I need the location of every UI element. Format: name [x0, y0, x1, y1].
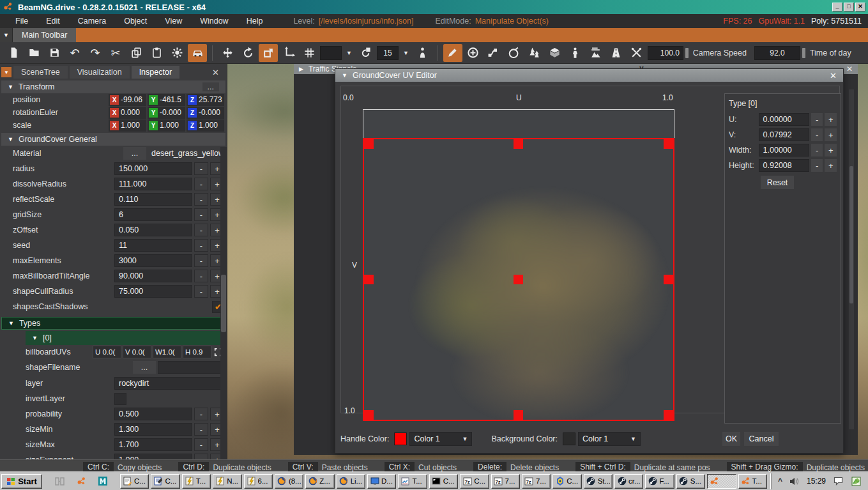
inspector-scrollbar[interactable]: [220, 147, 227, 459]
uv-param-plus-button[interactable]: +: [825, 159, 837, 172]
shapeCullRadius-minus-button[interactable]: -: [194, 285, 208, 298]
camera-speed-slider[interactable]: [685, 48, 689, 58]
probability-field[interactable]: 0.500: [114, 408, 192, 420]
taskbar-button-display-8[interactable]: D...: [367, 474, 396, 489]
camera-speed-field[interactable]: 100.0: [648, 46, 683, 60]
material-value[interactable]: desert_grass_yellow: [151, 149, 224, 158]
traffic-collapse-icon[interactable]: ▶: [299, 66, 303, 72]
billboarduvs-value-2[interactable]: W1.0(: [153, 346, 181, 358]
redo-icon[interactable]: ↷: [86, 44, 105, 62]
uv-param-minus-button[interactable]: -: [811, 128, 823, 141]
layer-field[interactable]: rockydirt: [114, 377, 224, 390]
copy-icon[interactable]: [126, 44, 146, 62]
menu-help[interactable]: Help: [238, 17, 272, 26]
probability-minus-button[interactable]: -: [194, 408, 208, 420]
uv-param-plus-button[interactable]: +: [825, 113, 837, 126]
invertLayer-checkbox[interactable]: [114, 393, 126, 405]
decal-icon[interactable]: [505, 44, 524, 62]
dropdown-caret-icon[interactable]: ▼: [343, 50, 355, 56]
panel-collapse-icon[interactable]: ▼: [1, 67, 11, 77]
traffic-close-icon[interactable]: ✕: [846, 65, 853, 73]
snap-grid-icon[interactable]: [300, 44, 319, 62]
taskbar-button-sevenzip-11[interactable]: 7zC...: [460, 474, 489, 489]
scale-x-field[interactable]: X1.000: [109, 119, 146, 132]
uv-param-minus-button[interactable]: -: [811, 113, 823, 126]
tab-visualization[interactable]: Visualization: [70, 66, 130, 79]
rotationEuler-x-field[interactable]: X0.000: [109, 107, 146, 119]
shapefilename-browse-button[interactable]: ...: [133, 361, 156, 374]
maxBillboardTiltAngle-field[interactable]: 90.000: [114, 270, 192, 282]
rotate-tool-icon[interactable]: [238, 44, 257, 62]
uv-param-field[interactable]: 0.92008: [759, 159, 809, 172]
uv-param-field[interactable]: 0.00000: [759, 113, 809, 126]
collapse-triangle-icon[interactable]: ▼: [8, 84, 13, 90]
transform-space-icon[interactable]: [279, 44, 298, 62]
main-toolbar-tab[interactable]: Main Toolbar: [13, 28, 76, 42]
time-of-day-field[interactable]: 92.0: [754, 46, 800, 60]
uv-handle-mid-left[interactable]: [364, 275, 374, 284]
taskbar-button-sevenzip-13[interactable]: 7z7...: [522, 474, 551, 489]
uv-handle-bottom-left[interactable]: [364, 410, 374, 420]
section-more-button[interactable]: ...: [202, 82, 219, 91]
position-z-field[interactable]: Z25.773: [187, 94, 224, 106]
uv-param-field[interactable]: 1.00000: [759, 144, 809, 157]
dissolveRadius-field[interactable]: 111.000: [114, 178, 192, 190]
radius-field[interactable]: 150.000: [114, 162, 192, 175]
taskbar-button-lightning-3[interactable]: N...: [213, 474, 241, 489]
taskbar-button-steam-15[interactable]: St...: [584, 474, 613, 489]
uv-param-minus-button[interactable]: -: [811, 144, 823, 157]
uv-param-plus-button[interactable]: +: [825, 144, 837, 157]
handle-color-dropdown[interactable]: Color 1 ▼: [409, 432, 472, 446]
show-desktop-icon[interactable]: [54, 475, 65, 487]
seed-field[interactable]: 11: [114, 239, 192, 252]
maximize-button[interactable]: □: [844, 3, 854, 11]
uv-param-minus-button[interactable]: -: [811, 159, 823, 172]
taskbar-button-lightning-4[interactable]: 6...: [244, 474, 273, 489]
cancel-button[interactable]: Cancel: [744, 432, 779, 446]
taskbar-button-firefox-6[interactable]: Z...: [305, 474, 334, 489]
zOffset-field[interactable]: 0.050: [114, 224, 192, 236]
taskbar-button-firefox-5[interactable]: (8...: [275, 474, 303, 489]
scale-y-field[interactable]: Y1.000: [148, 119, 185, 132]
minimize-button[interactable]: _: [832, 3, 842, 11]
reset-button[interactable]: Reset: [761, 176, 794, 189]
dissolveRadius-minus-button[interactable]: -: [194, 178, 208, 190]
taskbar-button-lightning-2[interactable]: T...: [182, 474, 211, 489]
menu-camera[interactable]: Camera: [69, 17, 115, 26]
tray-app-icon[interactable]: [850, 475, 862, 487]
taskbar-button-firefox-7[interactable]: Li...: [337, 474, 365, 489]
menu-view[interactable]: View: [156, 17, 191, 26]
terrain-paint-icon[interactable]: [586, 44, 605, 62]
collapse-triangle-icon[interactable]: ▼: [8, 320, 14, 326]
collapse-triangle-icon[interactable]: ▼: [8, 136, 13, 142]
position-y-field[interactable]: Y-461.5: [148, 94, 185, 106]
handle-color-swatch[interactable]: [394, 433, 407, 445]
uv-handle-top-center[interactable]: [514, 139, 523, 149]
translate-tool-icon[interactable]: [218, 44, 237, 62]
add-object-icon[interactable]: [464, 44, 483, 62]
angle-snap-select[interactable]: 15: [377, 46, 399, 60]
sizeMax-minus-button[interactable]: -: [194, 438, 208, 451]
uv-dialog-titlebar[interactable]: ▼ GroundCover UV Editor ✕: [335, 69, 843, 82]
paste-icon[interactable]: [147, 44, 166, 62]
sizeMin-minus-button[interactable]: -: [194, 423, 208, 436]
seed-minus-button[interactable]: -: [194, 239, 208, 252]
beamng-launcher-icon[interactable]: [75, 475, 87, 487]
taskbar-button-cmd-10[interactable]: C...: [429, 474, 458, 489]
section-header[interactable]: ▼Types: [1, 317, 225, 330]
section-header[interactable]: ▼GroundCover General: [1, 133, 225, 146]
billboarduvs-value-0[interactable]: U 0.0(: [93, 346, 121, 358]
notification-icon[interactable]: [832, 475, 844, 487]
panel-close-icon[interactable]: ✕: [207, 68, 224, 77]
uv-close-icon[interactable]: ✕: [830, 71, 837, 80]
menu-file[interactable]: File: [6, 17, 37, 26]
cut-icon[interactable]: ✂: [106, 44, 125, 62]
road-tool-icon[interactable]: [607, 44, 626, 62]
tab-scenetree[interactable]: SceneTree: [13, 66, 68, 79]
traffic-scrollbar[interactable]: [849, 89, 854, 429]
billboarduvs-value-1[interactable]: V 0.0(: [123, 346, 151, 358]
taskbar-button-chart-9[interactable]: T...: [398, 474, 427, 489]
time-of-day-slider[interactable]: [802, 48, 805, 58]
uv-handle-bottom-center[interactable]: [514, 410, 523, 420]
material-browse-button[interactable]: ...: [123, 147, 146, 160]
